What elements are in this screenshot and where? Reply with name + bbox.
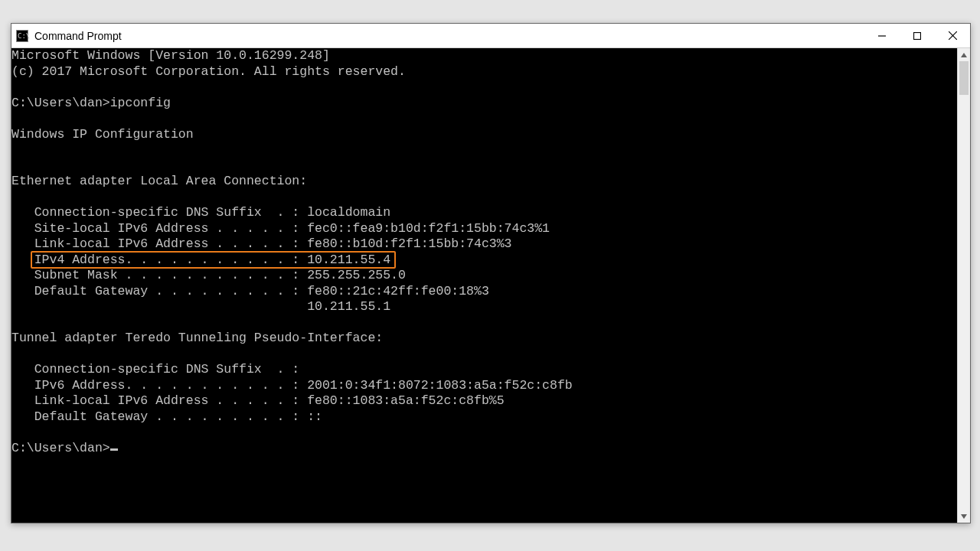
terminal-line: Subnet Mask . . . . . . . . . . . : 255.… [11,268,406,282]
maximize-icon [913,32,921,40]
terminal-line: Link-local IPv6 Address . . . . . : fe80… [11,393,505,408]
titlebar-left: C:\ Command Prompt [11,30,122,42]
scroll-down-icon[interactable] [958,510,970,523]
terminal-line: IPv4 Address. . . . . . . . . . . : 10.2… [11,253,390,267]
scroll-up-icon[interactable] [958,48,970,61]
terminal-line: Default Gateway . . . . . . . . . : :: [11,409,322,424]
maximize-button[interactable] [900,24,935,47]
terminal-line: Microsoft Windows [Version 10.0.16299.24… [11,48,330,63]
terminal-line: Connection-specific DNS Suffix . : [11,362,299,377]
terminal-wrap: Microsoft Windows [Version 10.0.16299.24… [11,48,970,523]
terminal-line: C:\Users\dan>ipconfig [11,96,171,110]
close-button[interactable] [935,24,970,47]
app-icon: C:\ [16,30,28,42]
terminal-line: IPv6 Address. . . . . . . . . . . : 2001… [11,378,573,393]
terminal-output[interactable]: Microsoft Windows [Version 10.0.16299.24… [11,48,957,523]
minimize-icon [878,32,886,40]
svg-rect-1 [914,32,921,39]
terminal-line: Connection-specific DNS Suffix . : local… [11,205,390,220]
command-prompt-window: C:\ Command Prompt Microsoft Windows [Ve… [11,23,971,523]
terminal-line: Link-local IPv6 Address . . . . . : fe80… [11,236,512,251]
terminal-line: Site-local IPv6 Address . . . . . : fec0… [11,221,550,236]
svg-marker-5 [961,514,967,519]
terminal-line: Default Gateway . . . . . . . . . : fe80… [11,284,489,298]
close-icon [949,31,957,40]
terminal-line: C:\Users\dan> [11,441,110,455]
svg-marker-4 [961,53,967,57]
terminal-line: Tunnel adapter Teredo Tunneling Pseudo-I… [11,331,383,345]
scrollbar[interactable] [957,48,970,523]
window-title: Command Prompt [34,30,122,42]
scroll-thumb[interactable] [959,61,969,95]
terminal-line: Windows IP Configuration [11,127,194,142]
minimize-button[interactable] [864,24,900,47]
window-controls [864,24,970,47]
cursor [110,448,118,451]
titlebar[interactable]: C:\ Command Prompt [11,24,970,48]
terminal-line: (c) 2017 Microsoft Corporation. All righ… [11,64,406,79]
terminal-line: 10.211.55.1 [11,299,390,314]
terminal-line: Ethernet adapter Local Area Connection: [11,174,307,188]
